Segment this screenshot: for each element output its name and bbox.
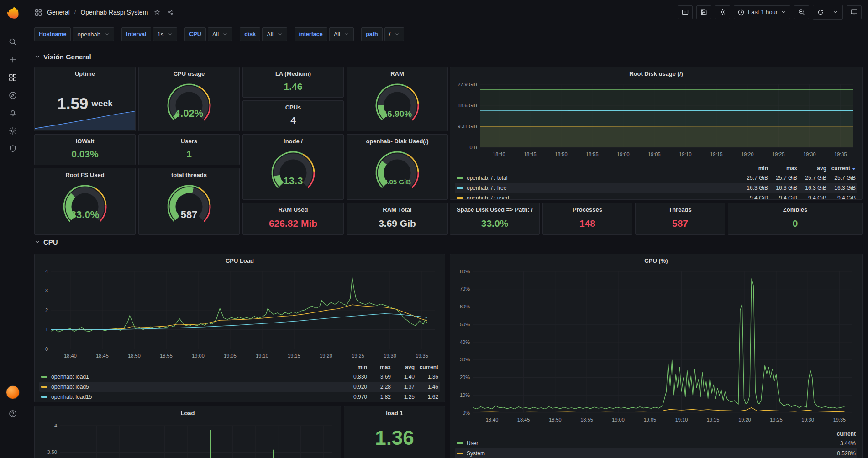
stat-value: 1.36: [346, 422, 443, 454]
panel-title[interactable]: Zombies: [728, 206, 862, 213]
svg-text:18:40: 18:40: [493, 151, 505, 157]
legend-header: current: [455, 429, 857, 438]
sidebar-item-alerting[interactable]: [3, 104, 22, 122]
panel-title[interactable]: Space Disk Used => Path: /: [450, 206, 539, 213]
panel-title[interactable]: total threads: [139, 172, 239, 178]
panel-title[interactable]: RAM: [347, 70, 447, 77]
search-button[interactable]: [3, 33, 22, 51]
plus-icon: [8, 55, 17, 64]
legend-col-current[interactable]: current: [415, 364, 438, 370]
svg-text:4.02%: 4.02%: [175, 108, 203, 119]
breadcrumb-dashboard-title[interactable]: Openhab Raspi System: [80, 9, 148, 16]
time-range-picker[interactable]: Last 1 hour: [734, 5, 790, 19]
sidebar-item-server-admin[interactable]: [3, 140, 22, 157]
gauge-svg: 33.0%: [55, 182, 115, 228]
variable-value-dropdown[interactable]: All: [262, 27, 287, 41]
panel-title[interactable]: Processes: [543, 206, 632, 213]
panel-load1: load 1 1.36: [344, 406, 445, 458]
panel-title[interactable]: Load: [35, 410, 341, 416]
variable-value-dropdown[interactable]: All: [208, 27, 232, 41]
root-disk-chart[interactable]: 0 B9.31 GiB18.6 GiB27.9 GiB18:4018:4518:…: [454, 81, 859, 157]
legend-col-min[interactable]: min: [739, 165, 768, 172]
panel-title[interactable]: CPU usage: [139, 70, 239, 77]
panel-title[interactable]: inode /: [243, 138, 343, 145]
variable-value-dropdown[interactable]: All: [329, 27, 354, 41]
panel-title[interactable]: Root FS Used: [35, 172, 135, 178]
zoom-out-button[interactable]: [794, 5, 809, 19]
panel-title[interactable]: load 1: [344, 410, 445, 416]
legend-col-current[interactable]: current: [826, 165, 856, 172]
panel-title[interactable]: Root Disk usage (/): [450, 70, 862, 77]
panel-title[interactable]: CPUs: [243, 104, 343, 111]
root-disk-legend: minmaxavgcurrentopenhab: / : total25.7 G…: [455, 164, 857, 200]
legend-col-current[interactable]: current: [821, 431, 856, 437]
panel-title[interactable]: Uptime: [35, 70, 135, 77]
help-button[interactable]: [3, 405, 22, 422]
variable-value-dropdown[interactable]: openhab: [73, 27, 114, 41]
variable-label: CPU: [184, 27, 205, 41]
series-swatch-icon: [41, 376, 47, 378]
chevron-down-icon: [222, 31, 228, 37]
chart-svg: 0%10%20%30%40%50%60%70%80%18:4018:4518:5…: [454, 268, 859, 423]
sidebar-item-configuration[interactable]: [3, 122, 22, 140]
legend-row[interactable]: openhab: load50.9202.281.371.46: [39, 382, 440, 392]
section-cpu[interactable]: CPU: [34, 238, 58, 246]
legend-row[interactable]: openhab: / : used9.4 GiB9.4 GiB9.4 GiB9.…: [455, 193, 857, 200]
svg-text:18.6 GiB: 18.6 GiB: [458, 103, 477, 108]
cpu-load-chart[interactable]: 0123418:4018:4518:5018:5519:0019:0519:10…: [38, 268, 442, 359]
refresh-button[interactable]: [813, 5, 828, 19]
variable-label: Hostname: [34, 27, 71, 41]
panel-title[interactable]: CPU Load: [35, 257, 445, 264]
legend-col-min[interactable]: min: [343, 364, 367, 370]
refresh-interval-dropdown[interactable]: [828, 5, 842, 19]
legend-row[interactable]: User3.44%: [455, 438, 857, 448]
stat-value: 33.0%: [452, 214, 537, 233]
panel-title[interactable]: IOWait: [35, 138, 135, 145]
panel-title[interactable]: CPU (%): [450, 257, 862, 264]
panel-inode: inode / 13.3: [242, 134, 344, 200]
bell-icon: [8, 109, 17, 118]
sidebar-item-dashboards[interactable]: [3, 68, 22, 86]
chevron-down-icon: [34, 239, 40, 245]
load-chart[interactable]: 43.503.002.5018:4018:4518:5018:5519:0019…: [38, 420, 338, 458]
panel-title[interactable]: RAM Used: [243, 206, 343, 213]
legend-col-avg[interactable]: avg: [391, 364, 415, 370]
gauge-svg: 16.90%: [367, 81, 427, 126]
sidebar-item-explore[interactable]: [3, 86, 22, 104]
dashboard-settings-button[interactable]: [715, 5, 730, 19]
legend-row[interactable]: openhab: load150.9701.821.251.62: [39, 392, 440, 402]
variable-label: Interval: [121, 27, 151, 41]
cycle-view-button[interactable]: [847, 5, 862, 19]
legend-row[interactable]: openhab: / : free16.3 GiB16.3 GiB16.3 Gi…: [455, 183, 857, 193]
legend-col-avg[interactable]: avg: [797, 165, 826, 172]
legend-col-max[interactable]: max: [367, 364, 391, 370]
panel-title[interactable]: LA (Medium): [243, 70, 343, 77]
apps-icon: [34, 8, 42, 16]
cpu-percent-chart[interactable]: 0%10%20%30%40%50%60%70%80%18:4018:4518:5…: [454, 268, 859, 423]
panel-title[interactable]: RAM Total: [347, 206, 447, 213]
variable-value-dropdown[interactable]: 1s: [153, 27, 178, 41]
variable: Interval1s: [121, 27, 177, 41]
breadcrumb-section[interactable]: General: [47, 9, 70, 16]
legend-row[interactable]: openhab: / : total25.7 GiB25.7 GiB25.7 G…: [455, 173, 857, 183]
panel-title[interactable]: Users: [139, 138, 239, 145]
legend-row[interactable]: openhab: load10.8303.691.401.36: [39, 372, 440, 382]
legend-col-max[interactable]: max: [768, 165, 797, 172]
user-avatar[interactable]: [6, 385, 20, 399]
favorite-star-button[interactable]: [153, 8, 162, 17]
svg-text:18:40: 18:40: [486, 417, 499, 422]
panel-title[interactable]: openhab- Disk Used(/): [347, 138, 447, 145]
stat-value: 1.46: [245, 78, 342, 95]
section-vision-general[interactable]: Visión General: [34, 53, 91, 61]
uptime-unit: week: [91, 99, 112, 109]
save-dashboard-button[interactable]: [696, 5, 711, 19]
grafana-logo[interactable]: [5, 5, 21, 20]
share-dashboard-button[interactable]: [166, 8, 175, 17]
create-button[interactable]: [3, 51, 22, 68]
variable-value-dropdown[interactable]: /: [384, 27, 405, 41]
variable: CPUAll: [184, 27, 232, 41]
add-panel-button[interactable]: [678, 5, 693, 19]
legend-row[interactable]: System0.528%: [455, 448, 857, 458]
panel-title[interactable]: Threads: [636, 206, 725, 213]
panel-threads: Threads 587: [635, 203, 725, 235]
